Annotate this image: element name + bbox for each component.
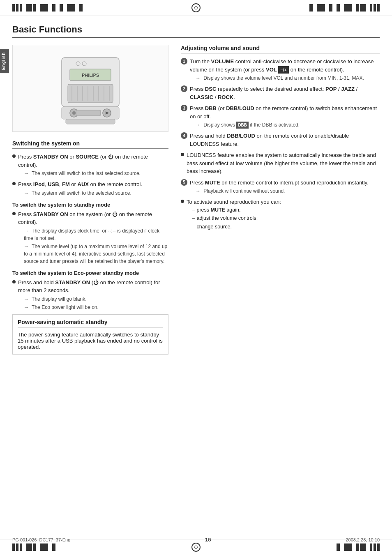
arrow-text: → The volume level (up to a maximum volu… [18, 243, 168, 265]
adjusting-volume-section: Adjusting volume and sound 1 Turn the VO… [181, 45, 380, 232]
switching-on-section: Switching the system on Press STANDBY ON… [12, 140, 168, 311]
volume-item-5-text: Press MUTE on the remote control to inte… [190, 179, 380, 195]
bar-block [344, 4, 352, 12]
vol-minus-badge: −/+ [278, 66, 289, 74]
bar-block [33, 4, 36, 12]
bullet-item: Press iPod, USB, FM or AUX on the remote… [12, 180, 168, 197]
volume-item-4-text: Press and hold DBB/LOUD on the remote co… [190, 132, 380, 148]
bar-block [356, 4, 359, 12]
volume-item-2: 2 Press DSC repeatedly to select the des… [181, 85, 380, 101]
volume-item-5: 5 Press MUTE on the remote control to in… [181, 179, 380, 195]
device-illustration: PHILIPS [53, 49, 127, 127]
page-title: Basic Functions [12, 24, 380, 38]
dash-item-3: – change source. [187, 223, 380, 231]
bottom-left-pattern [12, 543, 55, 551]
bar-block [374, 4, 376, 12]
volume-item-3-text: Press DBB (or DBB/LOUD on the remote con… [190, 104, 380, 129]
bar-block [33, 543, 36, 551]
dbb-badge: DBB [236, 122, 249, 129]
arrow-text: → The system will switch to the last sel… [18, 170, 168, 177]
bottom-decorative-bar [0, 539, 392, 555]
top-center-circle [191, 3, 201, 12]
svg-rect-5 [68, 84, 113, 103]
volume-item-2-text: Press DSC repeatedly to select the desir… [190, 85, 380, 101]
arrow-text: → The Eco power light will be on. [18, 304, 168, 311]
eco-standby-subheading: To switch the system to Eco-power standb… [12, 270, 168, 276]
bar-block [67, 4, 75, 12]
bullet-dot-icon [181, 200, 184, 203]
bar-block [356, 543, 359, 551]
bullet-dot-icon [181, 153, 184, 156]
top-left-pattern [12, 4, 83, 12]
arrow-text: → The display will go blank. [18, 295, 168, 303]
bar-block [377, 4, 380, 12]
bar-block [12, 543, 15, 551]
dash-item-1: – press MUTE again; [187, 206, 380, 214]
arrow-text: → Playback will continue without sound. [190, 187, 380, 195]
bar-block [16, 543, 18, 551]
dash-item-2: – adjust the volume controls; [187, 214, 380, 222]
page-content: English Basic Functions PHILIPS [0, 16, 392, 371]
arrow-text: → The system will switch to the selected… [18, 189, 168, 197]
bar-block [337, 543, 340, 551]
power-saving-section: Power-saving automatic standby The power… [12, 314, 168, 355]
bar-block [370, 543, 372, 551]
bottom-right-pattern [337, 543, 380, 551]
bar-block [344, 543, 352, 551]
right-column: Adjusting volume and sound 1 Turn the VO… [181, 45, 380, 355]
bullet-item: Press and hold STANDBY ON (⏻ on the remo… [12, 279, 168, 311]
bullet-text: Press and hold STANDBY ON (⏻ on the remo… [18, 279, 168, 311]
bar-block [377, 543, 380, 551]
bar-block [370, 4, 372, 12]
bar-block [79, 4, 83, 12]
power-saving-text: The power-saving feature automatically s… [18, 332, 163, 350]
bar-block [20, 4, 22, 12]
volume-item-1-text: Turn the VOLUME control anti-clockwise t… [190, 58, 380, 82]
bar-block [317, 4, 325, 12]
bullet-text: Press STANDBY ON or SOURCE (or ⏻ on the … [18, 153, 168, 177]
arrow-text: → The display displays clock time, or --… [18, 227, 168, 242]
step-number-3: 3 [181, 105, 187, 111]
step-number-1: 1 [181, 58, 187, 64]
step-number-2: 2 [181, 85, 187, 92]
adjusting-volume-heading: Adjusting volume and sound [181, 45, 380, 53]
volume-item-3: 3 Press DBB (or DBB/LOUD on the remote c… [181, 104, 380, 129]
svg-text:PHILIPS: PHILIPS [82, 73, 99, 78]
step-number-5: 5 [181, 179, 187, 186]
arrow-text: → Display shows DBB if the DBB is activa… [190, 121, 380, 129]
bar-block [26, 543, 32, 551]
top-decorative-bar [0, 0, 392, 16]
top-right-pattern [309, 4, 380, 12]
left-column: PHILIPS [12, 45, 168, 355]
bottom-center-circle [191, 543, 201, 552]
bar-block [52, 543, 55, 551]
step-number-4: 4 [181, 132, 187, 139]
svg-point-16 [72, 111, 76, 115]
bar-block [360, 543, 366, 551]
bar-block [26, 4, 32, 12]
device-image: PHILIPS [12, 45, 168, 132]
bar-block [52, 4, 55, 12]
bullet-text: Press iPod, USB, FM or AUX on the remote… [18, 180, 168, 197]
switching-on-heading: Switching the system on [12, 140, 168, 149]
volume-item-4: 4 Press and hold DBB/LOUD on the remote … [181, 132, 380, 148]
svg-rect-19 [76, 110, 101, 116]
bar-block [337, 4, 340, 12]
arrow-text: → Display shows the volume level VOL and… [190, 74, 380, 82]
bar-block [20, 543, 22, 551]
power-saving-heading: Power-saving automatic standby [18, 319, 163, 327]
bullet-dot-icon [12, 212, 16, 215]
bar-block [12, 4, 15, 12]
activate-sound-text: To activate sound reproduction you can: … [187, 198, 380, 232]
activate-sound-item: To activate sound reproduction you can: … [181, 198, 380, 232]
bar-block [40, 4, 48, 12]
bar-block [60, 4, 63, 12]
loudness-item: LOUDNESS feature enables the system to a… [181, 151, 380, 175]
bar-block [374, 543, 376, 551]
bar-block [40, 543, 48, 551]
bullet-dot-icon [12, 182, 16, 185]
svg-rect-20 [66, 119, 115, 124]
bullet-dot-icon [12, 154, 16, 158]
circle-inner [194, 546, 198, 549]
standby-mode-subheading: To switch the system to standby mode [12, 202, 168, 208]
